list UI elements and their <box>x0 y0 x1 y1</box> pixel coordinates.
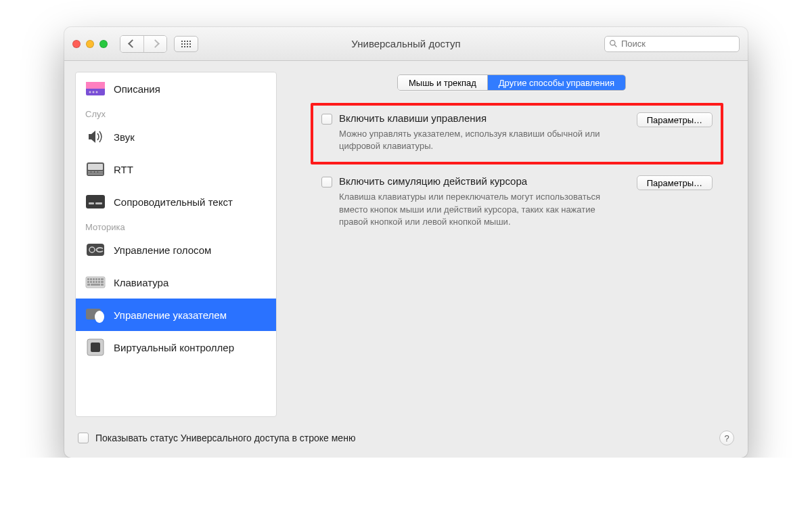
sidebar-label: Сопроводительный текст <box>114 196 233 208</box>
search-field[interactable] <box>604 36 740 52</box>
sidebar-label: Клавиатура <box>114 277 168 288</box>
svg-rect-10 <box>91 171 94 173</box>
preferences-window: Универсальный доступ Описания Слух Звук <box>64 27 748 458</box>
footer-label: Показывать статус Универсального доступа… <box>95 433 355 443</box>
svg-rect-30 <box>98 281 100 283</box>
svg-point-5 <box>93 91 95 93</box>
sidebar-label: Звук <box>114 131 135 143</box>
svg-rect-34 <box>101 284 104 286</box>
pointer-icon <box>85 307 106 323</box>
sidebar-item-descriptions[interactable]: Описания <box>76 72 276 105</box>
tab-alternate-control[interactable]: Другие способы управления <box>487 75 625 90</box>
nav-back-forward <box>120 35 167 53</box>
titlebar: Универсальный доступ <box>64 27 748 61</box>
svg-rect-21 <box>90 278 92 280</box>
svg-rect-28 <box>93 281 95 283</box>
content-area: Описания Слух Звук RTT Сопроводительный … <box>64 61 748 428</box>
option-title: Включить клавиши управления <box>339 112 630 124</box>
svg-rect-9 <box>88 171 91 173</box>
svg-rect-31 <box>101 281 104 283</box>
option-alt-pointer-actions: Включить симуляцию действий курсора Клав… <box>321 175 713 228</box>
option-title: Включить симуляцию действий курсора <box>339 175 630 187</box>
show-all-button[interactable] <box>174 36 198 52</box>
svg-rect-26 <box>87 281 89 283</box>
descriptions-icon <box>85 81 106 97</box>
option-description: Клавиша клавиатуры или переключатель мог… <box>339 191 610 228</box>
sidebar-item-switch-control[interactable]: Виртуальный контроллер <box>76 331 276 364</box>
checkbox-alt-pointer[interactable] <box>321 177 332 188</box>
sidebar-label: Управление указателем <box>114 309 227 321</box>
highlight-box: Включить клавиши управления Можно управл… <box>311 103 723 164</box>
svg-rect-3 <box>86 82 105 89</box>
svg-rect-32 <box>87 284 90 286</box>
minimize-window-button[interactable] <box>86 40 94 48</box>
svg-rect-24 <box>98 278 100 280</box>
options-button-mouse-keys[interactable]: Параметры… <box>637 112 713 127</box>
svg-point-4 <box>89 91 91 93</box>
rtt-icon <box>85 161 106 177</box>
option-description: Можно управлять указателем, используя кл… <box>339 128 610 152</box>
window-controls <box>72 40 108 48</box>
svg-point-0 <box>610 41 615 45</box>
sidebar-label: Описания <box>114 83 160 95</box>
detail-panel: Мышь и трекпад Другие способы управления… <box>286 72 737 417</box>
grid-icon <box>181 41 191 47</box>
option-mouse-keys: Включить клавиши управления Можно управл… <box>321 112 713 152</box>
sidebar-section-motor: Моторика <box>76 218 276 234</box>
svg-point-6 <box>96 91 98 93</box>
svg-rect-20 <box>87 278 89 280</box>
zoom-window-button[interactable] <box>99 40 108 48</box>
svg-rect-8 <box>88 164 103 170</box>
sidebar[interactable]: Описания Слух Звук RTT Сопроводительный … <box>75 72 277 417</box>
checkbox-mouse-keys[interactable] <box>321 114 332 125</box>
options-button-alt-pointer[interactable]: Параметры… <box>637 175 713 190</box>
sidebar-item-pointer-control[interactable]: Управление указателем <box>76 299 276 331</box>
switch-icon <box>85 339 106 355</box>
svg-rect-33 <box>91 284 100 286</box>
sidebar-item-captions[interactable]: Сопроводительный текст <box>76 185 276 218</box>
search-input[interactable] <box>621 39 735 49</box>
help-icon: ? <box>724 433 729 443</box>
forward-button[interactable] <box>143 36 166 52</box>
svg-rect-23 <box>95 278 97 280</box>
svg-rect-16 <box>95 202 102 204</box>
svg-rect-27 <box>90 281 92 283</box>
sidebar-item-sound[interactable]: Звук <box>76 120 276 153</box>
svg-rect-14 <box>86 195 105 208</box>
voice-icon <box>85 242 106 258</box>
captions-icon <box>85 194 106 210</box>
sound-icon <box>85 129 106 145</box>
checkbox-show-status[interactable] <box>78 433 89 443</box>
svg-rect-22 <box>93 278 95 280</box>
svg-line-1 <box>614 45 616 47</box>
sidebar-item-keyboard[interactable]: Клавиатура <box>76 266 276 299</box>
svg-rect-13 <box>88 173 103 175</box>
svg-rect-11 <box>95 171 97 173</box>
sidebar-label: Управление голосом <box>114 244 211 256</box>
close-window-button[interactable] <box>72 40 81 48</box>
svg-rect-25 <box>101 278 104 280</box>
svg-rect-15 <box>89 202 94 204</box>
sidebar-item-voice-control[interactable]: Управление голосом <box>76 234 276 266</box>
svg-rect-12 <box>98 171 103 173</box>
back-button[interactable] <box>120 36 143 52</box>
help-button[interactable]: ? <box>719 431 734 445</box>
tab-mouse-trackpad[interactable]: Мышь и трекпад <box>398 75 487 90</box>
keyboard-icon <box>85 274 106 290</box>
svg-point-36 <box>95 311 104 323</box>
sidebar-label: Виртуальный контроллер <box>114 342 234 353</box>
tab-segment: Мышь и трекпад Другие способы управления <box>286 74 737 91</box>
sidebar-section-hearing: Слух <box>76 105 276 120</box>
footer: Показывать статус Универсального доступа… <box>64 428 748 458</box>
svg-rect-38 <box>91 343 100 352</box>
sidebar-label: RTT <box>114 164 133 175</box>
search-icon <box>609 39 618 48</box>
sidebar-item-rtt[interactable]: RTT <box>76 153 276 185</box>
svg-rect-29 <box>95 281 97 283</box>
